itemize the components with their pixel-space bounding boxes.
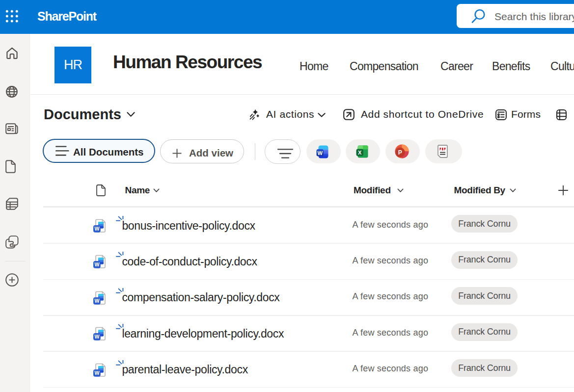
svg-text:X: X — [358, 150, 362, 156]
svg-text:W: W — [318, 150, 323, 156]
svg-text:W: W — [94, 226, 99, 232]
svg-text:W: W — [94, 370, 99, 376]
svg-text:W: W — [94, 334, 99, 340]
svg-text:W: W — [94, 298, 99, 304]
svg-text:W: W — [94, 262, 99, 268]
svg-text:P: P — [398, 149, 402, 156]
